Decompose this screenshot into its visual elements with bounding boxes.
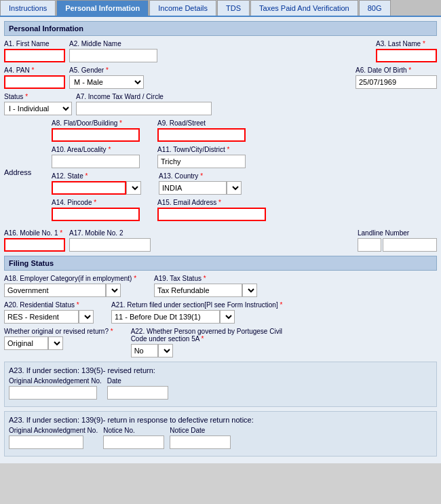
input-revised[interactable]	[4, 336, 48, 350]
input-date[interactable]	[107, 386, 168, 400]
input-a20[interactable]	[4, 310, 79, 324]
input-a4[interactable]	[4, 75, 65, 89]
input-orig-acknowledgment[interactable]	[9, 435, 83, 449]
field-a12: A12. State *	[52, 172, 141, 195]
address-section: Address A8. Flat/Door/Building * A9. Roa…	[4, 119, 437, 225]
tab-taxes-paid[interactable]: Taxes Paid And Verification	[250, 0, 358, 16]
tab-income-details[interactable]: Income Details	[149, 0, 216, 16]
tab-bar: Instructions Personal Information Income…	[0, 0, 441, 17]
select-status[interactable]: I - Individual H - HUF F - Firm	[4, 102, 72, 115]
label-a8: A8. Flat/Door/Building *	[52, 119, 140, 127]
row-a1-a2-a3: A1. First Name A2. Middle Name A3. Last …	[4, 40, 437, 62]
input-a19[interactable]	[154, 284, 242, 297]
input-a9[interactable]	[157, 128, 246, 142]
input-a7[interactable]	[76, 102, 212, 115]
row-a18-a19: A18. Employer Category(if in employment)…	[4, 275, 437, 297]
label-a15: A15. Email Address *	[157, 199, 266, 206]
row-a8-a9: A8. Flat/Door/Building * A9. Road/Street	[52, 119, 437, 142]
label-landline: Landline Number	[358, 229, 437, 237]
select-a5[interactable]: M - Male F - Female	[69, 75, 144, 89]
field-landline: Landline Number	[358, 229, 437, 252]
input-a10[interactable]	[52, 155, 140, 168]
input-a15[interactable]	[157, 208, 266, 221]
input-a3[interactable]	[376, 49, 437, 62]
label-orig-ack: Original Acknowledgement No.	[9, 377, 102, 385]
select-a20[interactable]	[79, 310, 94, 324]
field-a13: A13. Country *	[159, 172, 242, 195]
input-a12[interactable]	[52, 181, 126, 195]
ack-row-revised: Original Acknowledgement No. Date	[9, 377, 432, 400]
input-a14[interactable]	[52, 208, 140, 221]
input-a6[interactable]	[356, 75, 437, 89]
label-a4: A4. PAN *	[4, 66, 65, 74]
input-a22[interactable]	[131, 344, 158, 357]
field-a15: A15. Email Address *	[157, 199, 266, 221]
input-a2[interactable]	[69, 49, 157, 62]
address-label: Address	[4, 119, 52, 225]
input-a17[interactable]	[69, 238, 151, 252]
row-a20-a21: A20. Residential Status * A21. Return fi…	[4, 301, 437, 324]
a23-defective-group: A23. If under section: 139(9)- return in…	[4, 411, 437, 457]
tab-tds[interactable]: TDS	[217, 0, 250, 16]
field-orig-acknowledgment: Original Acknowledgment No.	[9, 427, 98, 449]
input-landline-number[interactable]	[383, 238, 437, 252]
tab-instructions[interactable]: Instructions	[0, 0, 56, 16]
input-landline-code[interactable]	[358, 238, 381, 252]
label-a21: A21. Return filed under section[Pl see F…	[111, 301, 282, 309]
label-a9: A9. Road/Street	[157, 119, 246, 127]
field-a22: A22. Whether Person governed by Portuges…	[131, 328, 301, 357]
label-a12: A12. State *	[52, 172, 141, 180]
ack-row-defective: Original Acknowledgment No. Notice No. N…	[9, 427, 432, 449]
label-a3: A3. Last Name *	[376, 40, 437, 47]
input-a11[interactable]	[157, 155, 246, 168]
select-revised[interactable]	[48, 336, 63, 350]
input-a1[interactable]	[4, 49, 65, 62]
field-a20: A20. Residential Status *	[4, 301, 94, 324]
field-a16: A16. Mobile No. 1 *	[4, 229, 65, 252]
label-a20: A20. Residential Status *	[4, 301, 94, 309]
input-orig-ack[interactable]	[9, 386, 97, 400]
select-a18[interactable]	[106, 284, 121, 297]
field-a14: A14. Pincode *	[52, 199, 140, 221]
row-a4-a5-a6: A4. PAN * A5. Gender * M - Male F - Fema…	[4, 66, 437, 89]
required-a3: *	[421, 40, 425, 47]
input-a13[interactable]	[159, 181, 227, 195]
personal-info-header: Personal Information	[4, 21, 437, 36]
field-orig-ack: Original Acknowledgement No.	[9, 377, 102, 400]
label-a23-revised: A23. If under section: 139(5)- revised r…	[9, 366, 432, 374]
label-revised: Whether original or revised return? *	[4, 328, 113, 335]
label-a17: A17. Mobile No. 2	[69, 229, 151, 237]
label-date: Date	[107, 377, 168, 385]
label-a13: A13. Country *	[159, 172, 242, 180]
row-a14-a15: A14. Pincode * A15. Email Address *	[52, 199, 437, 221]
label-a19: A19. Tax Status *	[154, 275, 257, 282]
field-a21: A21. Return filed under section[Pl see F…	[111, 301, 282, 324]
select-a22[interactable]	[158, 344, 173, 357]
field-a3: A3. Last Name *	[376, 40, 437, 62]
field-a19: A19. Tax Status *	[154, 275, 257, 297]
label-a11: A11. Town/City/District *	[157, 146, 246, 153]
input-a21[interactable]	[111, 310, 220, 324]
row-a10-a11: A10. Area/Locality * A11. Town/City/Dist…	[52, 146, 437, 168]
field-revised: Whether original or revised return? *	[4, 328, 113, 350]
select-a13[interactable]	[227, 181, 242, 195]
a23-revised-group: A23. If under section: 139(5)- revised r…	[4, 362, 437, 407]
main-content: Personal Information A1. First Name A2. …	[0, 17, 441, 463]
input-a18[interactable]	[4, 284, 106, 297]
field-a6: A6. Date Of Birth *	[356, 66, 437, 89]
label-a5: A5. Gender *	[69, 66, 144, 74]
row-a16-a17-landline: A16. Mobile No. 1 * A17. Mobile No. 2 La…	[4, 229, 437, 252]
select-a21[interactable]	[220, 310, 235, 324]
select-a19[interactable]	[242, 284, 257, 297]
input-notice-date[interactable]	[170, 435, 231, 449]
field-a4: A4. PAN *	[4, 66, 65, 89]
field-a17: A17. Mobile No. 2	[69, 229, 151, 252]
input-a16[interactable]	[4, 238, 65, 252]
label-orig-acknowledgment: Original Acknowledgment No.	[9, 427, 98, 434]
tab-personal-information[interactable]: Personal Information	[56, 0, 149, 16]
label-a14: A14. Pincode *	[52, 199, 140, 206]
input-a8[interactable]	[52, 128, 140, 142]
select-a12[interactable]	[126, 181, 141, 195]
input-notice-no[interactable]	[103, 435, 164, 449]
tab-80g[interactable]: 80G	[359, 0, 391, 16]
